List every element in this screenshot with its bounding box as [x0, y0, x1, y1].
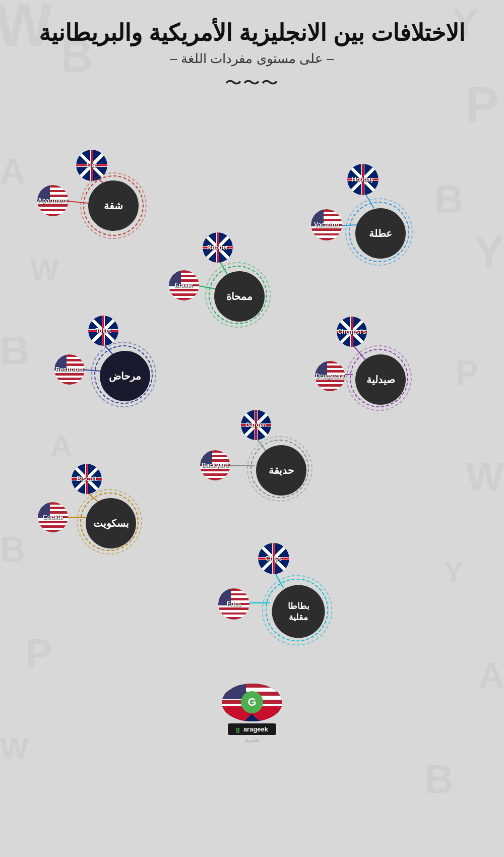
- holiday-label: Holiday: [347, 176, 379, 183]
- node-biscuit-uk: Biscuit: [72, 464, 102, 494]
- node-saydaliya-center: صيدلية: [355, 354, 406, 405]
- flat-label: Flat: [76, 162, 107, 169]
- node-flat-uk: Flat: [76, 150, 107, 181]
- node-apartment-us: Apartment: [37, 185, 69, 216]
- shaqqa-arabic: شقة: [104, 200, 123, 212]
- eraser-label: Eraser: [169, 282, 199, 289]
- node-rubber-uk: Rubber: [203, 232, 233, 263]
- node-toilet-uk: Toilet: [88, 316, 118, 346]
- node-backyard-us: Backyard: [200, 450, 230, 480]
- node-eraser-us: Eraser: [169, 270, 199, 300]
- node-mirhaad-center: مرحاض: [100, 351, 150, 401]
- brand-name: arageek: [243, 725, 268, 733]
- node-otla-center: عطلة: [355, 208, 406, 259]
- backyard-label: Backyard: [200, 462, 230, 469]
- node-drugstore-us: Drugstore: [315, 361, 345, 391]
- batata-arabic: بطاطامقلية: [288, 600, 309, 623]
- hadeeqa-arabic: حديقة: [269, 464, 294, 476]
- diagram-area: Flat Apartment شقة Holiday: [0, 100, 504, 821]
- toilet-label: Toilet: [88, 327, 118, 334]
- chemist-label: Chemist's: [337, 328, 367, 335]
- garden-label: Garden: [241, 421, 271, 428]
- apartment-label: Apartment: [37, 197, 69, 204]
- node-chips-uk: Chips: [258, 543, 289, 574]
- fries-label: Fries: [218, 600, 249, 607]
- chips-label: Chips: [258, 555, 289, 562]
- node-batata-center: بطاطامقلية: [272, 585, 325, 638]
- node-shaqqa-center: شقة: [88, 180, 139, 231]
- brand-logo: G g arageek تعليـم: [219, 682, 285, 743]
- restroom-label: Restroom: [54, 366, 85, 373]
- drugstore-label: Drugstore: [315, 373, 345, 380]
- rubber-label: Rubber: [203, 244, 233, 251]
- mimha-arabic: ممحاة: [226, 290, 253, 302]
- cookie-label: Cookie: [38, 514, 68, 521]
- otla-arabic: عطلة: [369, 227, 392, 239]
- node-garden-uk: Garden: [241, 410, 271, 440]
- page-title: الاختلافات بين الانجليزية الأمريكية والب…: [10, 19, 494, 47]
- header: الاختلافات بين الانجليزية الأمريكية والب…: [0, 0, 504, 100]
- mirhaad-arabic: مرحاض: [109, 370, 141, 382]
- page-subtitle: – على مستوى مفردات اللغة –: [10, 51, 494, 67]
- node-holiday-uk: Holiday: [347, 164, 379, 195]
- node-restroom-us: Restroom: [54, 354, 85, 385]
- node-vacation-us: Vacation: [311, 209, 342, 240]
- node-biscuit-center: بسكويت: [86, 498, 136, 548]
- node-hadeeqa-center: حديقة: [256, 445, 306, 496]
- biscuit-label: Biscuit: [72, 475, 102, 482]
- saydaliya-arabic: صيدلية: [366, 374, 395, 386]
- brand-tagline: تعليـم: [245, 736, 260, 743]
- node-cookie-us: Cookie: [38, 502, 68, 532]
- node-fries-us: Fries: [218, 588, 249, 620]
- node-mimha-center: ممحاة: [214, 271, 265, 322]
- node-chemist-uk: Chemist's: [337, 317, 367, 347]
- vacation-label: Vacation: [311, 221, 342, 228]
- decorative-squiggle: 〜〜〜: [10, 72, 494, 95]
- biscuit-arabic: بسكويت: [93, 517, 129, 529]
